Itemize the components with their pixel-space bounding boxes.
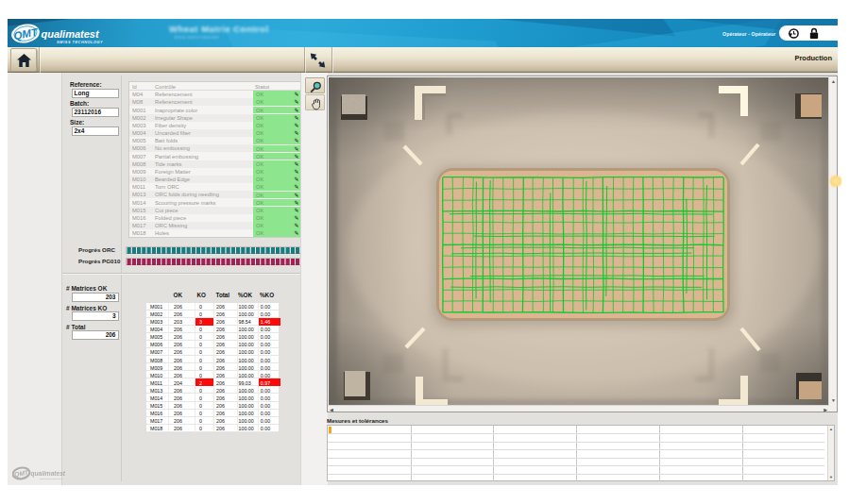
svg-text:SWISS TECHNOLOGY: SWISS TECHNOLOGY [40, 478, 63, 479]
svg-text:SWISS TECHNOLOGY: SWISS TECHNOLOGY [57, 40, 103, 44]
svg-text:qualimatest: qualimatest [42, 28, 100, 40]
svg-text:qualimatest: qualimatest [31, 470, 66, 478]
